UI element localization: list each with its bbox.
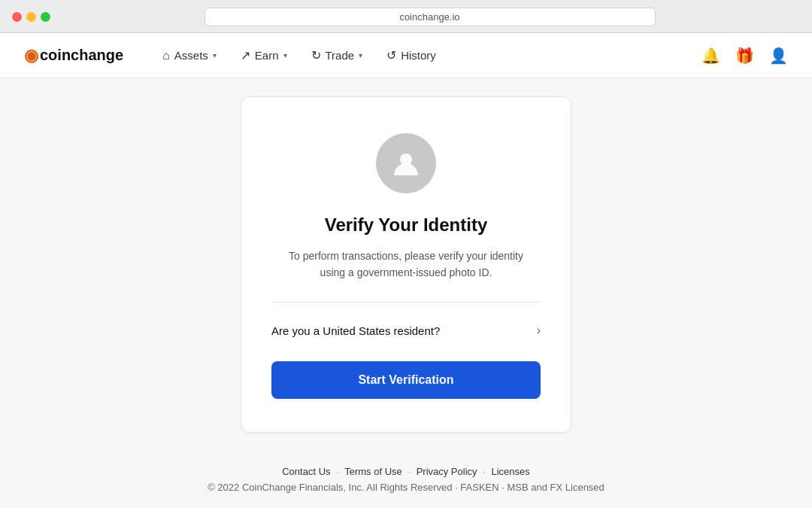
logo-text: coinchange <box>40 47 123 64</box>
start-verification-button[interactable]: Start Verification <box>271 361 541 399</box>
licenses-link[interactable]: Licenses <box>491 466 529 477</box>
nav-item-trade[interactable]: ↻ Trade ▾ <box>302 42 372 68</box>
main-content: Verify Your Identity To perform transact… <box>0 78 812 451</box>
footer: Contact Us · Terms of Use · Privacy Poli… <box>0 451 812 508</box>
card-divider <box>271 302 541 303</box>
terms-of-use-link[interactable]: Terms of Use <box>344 466 402 477</box>
nav-item-history[interactable]: ↺ History <box>377 42 445 68</box>
footer-links: Contact Us · Terms of Use · Privacy Poli… <box>15 466 797 477</box>
app: ◉ coinchange ⌂ Assets ▾ ↗ Earn ▾ ↻ Trade… <box>0 33 812 508</box>
verify-identity-card: Verify Your Identity To perform transact… <box>241 96 571 433</box>
earn-icon: ↗ <box>241 48 250 62</box>
home-icon: ⌂ <box>162 49 170 62</box>
navbar: ◉ coinchange ⌂ Assets ▾ ↗ Earn ▾ ↻ Trade… <box>0 33 812 78</box>
address-bar[interactable]: coinchange.io <box>205 8 656 26</box>
close-button[interactable] <box>12 12 22 22</box>
avatar-circle <box>376 133 436 193</box>
residency-row[interactable]: Are you a United States resident? › <box>271 318 541 343</box>
notifications-icon[interactable]: 🔔 <box>701 47 720 65</box>
chevron-right-icon: › <box>537 324 541 337</box>
nav-item-assets[interactable]: ⌂ Assets ▾ <box>153 43 226 68</box>
nav-label-earn: Earn <box>255 49 279 62</box>
residency-label: Are you a United States resident? <box>271 324 440 337</box>
footer-copyright: © 2022 CoinChange Financials, Inc. All R… <box>15 482 797 493</box>
nav-label-trade: Trade <box>326 49 355 62</box>
minimize-button[interactable] <box>26 12 36 22</box>
card-title: Verify Your Identity <box>325 214 488 236</box>
nav-right: 🔔 🎁 👤 <box>701 47 788 65</box>
chevron-down-icon-trade: ▾ <box>359 51 362 59</box>
nav-label-assets: Assets <box>174 49 208 62</box>
nav-item-earn[interactable]: ↗ Earn ▾ <box>232 42 296 68</box>
history-icon: ↺ <box>386 48 396 62</box>
trade-icon: ↻ <box>311 48 321 62</box>
traffic-lights <box>12 12 50 22</box>
contact-us-link[interactable]: Contact Us <box>282 466 330 477</box>
maximize-button[interactable] <box>41 12 50 22</box>
user-avatar-icon <box>389 147 423 180</box>
chevron-down-icon-earn: ▾ <box>283 51 287 59</box>
logo[interactable]: ◉ coinchange <box>24 46 123 65</box>
nav-items: ⌂ Assets ▾ ↗ Earn ▾ ↻ Trade ▾ ↺ History <box>153 42 701 68</box>
logo-icon: ◉ <box>24 46 38 65</box>
browser-chrome: coinchange.io <box>0 0 812 33</box>
chevron-down-icon: ▾ <box>213 51 217 59</box>
privacy-policy-link[interactable]: Privacy Policy <box>417 466 477 477</box>
nav-label-history: History <box>401 49 436 62</box>
account-icon[interactable]: 👤 <box>769 47 788 65</box>
gifts-icon[interactable]: 🎁 <box>735 47 754 65</box>
card-description: To perform transactions, please verify y… <box>286 248 526 281</box>
